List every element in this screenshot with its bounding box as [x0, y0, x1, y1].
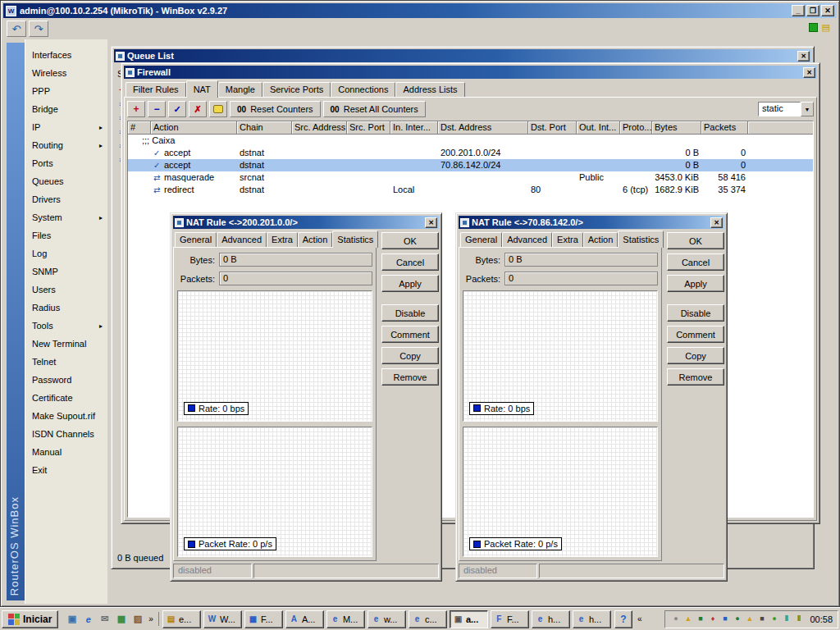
sidebar-item[interactable]: Password: [25, 371, 107, 389]
dialog-tab[interactable]: General: [460, 232, 502, 247]
column-header[interactable]: Src. Port: [347, 121, 390, 134]
tray-icon[interactable]: ♦: [707, 615, 718, 623]
sidebar-item[interactable]: Radius: [25, 299, 107, 317]
column-header[interactable]: #: [128, 121, 151, 134]
firewall-tab[interactable]: Mangle: [218, 82, 262, 97]
dialog-tab[interactable]: Action: [298, 232, 333, 247]
column-header[interactable]: Out. Int...: [577, 121, 620, 134]
sidebar-item[interactable]: Tools ▸: [25, 317, 107, 335]
apply-button[interactable]: Apply: [381, 275, 439, 292]
tray-icon[interactable]: ●: [670, 615, 681, 623]
sidebar-item[interactable]: New Terminal: [25, 335, 107, 353]
dialog-tab[interactable]: Advanced: [502, 232, 552, 247]
tray-icon[interactable]: ‖: [781, 615, 792, 623]
dialog-titlebar[interactable]: NAT Rule <->200.201.0.0/> ✕: [173, 216, 439, 229]
tray-icon[interactable]: ■: [719, 615, 730, 623]
task-button[interactable]: ▤ e...: [162, 610, 201, 628]
column-header[interactable]: Proto...: [620, 121, 652, 134]
task-button[interactable]: A A...: [285, 610, 324, 628]
sidebar-item[interactable]: Telnet: [25, 353, 107, 371]
firewall-tab[interactable]: Filter Rules: [126, 82, 186, 97]
sidebar-item[interactable]: System ▸: [25, 208, 107, 226]
cancel-button[interactable]: Cancel: [381, 253, 439, 271]
help-task-button[interactable]: ?: [614, 610, 632, 628]
tray-icon[interactable]: ▲: [682, 615, 693, 623]
sidebar-item[interactable]: Interfaces: [25, 46, 107, 64]
app-titlebar[interactable]: W admin@100.10.2.254 (MikroTik) - WinBox…: [3, 3, 837, 18]
nat-rule-row-selected[interactable]: ✓accept dstnat 70.86.142.0/24 0 B: [128, 159, 813, 171]
close-icon[interactable]: ✕: [821, 5, 834, 16]
disable-button[interactable]: Disable: [667, 304, 724, 322]
comment-row[interactable]: ;;; Caixa: [128, 135, 813, 147]
nat-rule-row[interactable]: ⇄masquerade srcnat Public 3453.0 KiB: [128, 171, 813, 184]
tray-icon[interactable]: ■: [756, 615, 767, 623]
sidebar-item[interactable]: Log: [25, 244, 107, 262]
add-rule-icon[interactable]: +: [127, 101, 145, 117]
remove-button[interactable]: Remove: [667, 368, 724, 386]
sidebar-item[interactable]: SNMP: [25, 262, 107, 281]
sidebar-item[interactable]: Drivers: [25, 190, 107, 208]
dialog-tab[interactable]: Action: [583, 232, 619, 247]
sidebar-item[interactable]: Queues: [25, 172, 107, 190]
sidebar-item[interactable]: ISDN Channels: [25, 425, 107, 443]
sidebar-item[interactable]: Make Supout.rif: [25, 407, 107, 425]
remove-rule-icon[interactable]: −: [148, 101, 166, 117]
quick-launch-icon[interactable]: ▣: [65, 612, 79, 626]
column-header[interactable]: Chain: [237, 121, 292, 134]
nat-rule-row[interactable]: ⇄redirect dstnat Local 80 6 (tcp) 1682.9…: [128, 184, 813, 196]
dialog-tab[interactable]: Statistics: [618, 231, 664, 248]
remove-button[interactable]: Remove: [381, 368, 439, 386]
sidebar-item[interactable]: Ports: [25, 154, 107, 172]
sidebar-item[interactable]: Users: [25, 281, 107, 299]
ok-button[interactable]: OK: [381, 232, 439, 249]
task-button[interactable]: F F...: [491, 610, 529, 628]
sidebar-item[interactable]: Manual: [25, 443, 107, 461]
task-button[interactable]: ▣ a...: [450, 610, 488, 628]
close-icon[interactable]: ✕: [425, 217, 437, 228]
comment-button[interactable]: Comment: [381, 326, 439, 343]
task-button[interactable]: e h...: [532, 610, 570, 628]
dialog-tab[interactable]: General: [175, 232, 217, 247]
ok-button[interactable]: OK: [667, 232, 724, 249]
task-button[interactable]: e M...: [326, 610, 365, 628]
quick-launch-icon[interactable]: ▨: [130, 612, 144, 626]
tray-icon[interactable]: ●: [732, 615, 742, 623]
sidebar-item[interactable]: Files: [25, 226, 107, 244]
close-icon[interactable]: ✕: [710, 217, 723, 228]
close-icon[interactable]: ✕: [797, 51, 810, 62]
sidebar-item[interactable]: Exit: [25, 461, 107, 479]
start-button[interactable]: Iniciar: [2, 610, 58, 628]
overflow-chevron-icon[interactable]: »: [147, 614, 155, 623]
task-button[interactable]: ▦ F...: [244, 610, 283, 628]
queue-list-titlebar[interactable]: Queue List ✕: [114, 49, 811, 62]
sidebar-item[interactable]: Routing ▸: [25, 136, 107, 154]
undo-icon[interactable]: ↶: [7, 21, 26, 37]
sidebar-item[interactable]: PPP: [25, 82, 107, 100]
collapse-chevron-icon[interactable]: «: [636, 614, 644, 623]
tray-icon[interactable]: ‖: [793, 615, 804, 623]
nat-rule-row[interactable]: ✓accept dstnat 200.201.0.0/24 0 B: [128, 147, 813, 159]
redo-icon[interactable]: ↷: [29, 21, 48, 37]
sidebar-item[interactable]: Wireless: [25, 64, 107, 82]
column-header[interactable]: Action: [151, 121, 237, 134]
firewall-titlebar[interactable]: Firewall ✕: [124, 66, 817, 79]
sidebar-item[interactable]: Certificate: [25, 389, 107, 407]
column-header[interactable]: Packets: [701, 121, 748, 134]
apply-button[interactable]: Apply: [667, 275, 724, 292]
quick-launch-icon[interactable]: ▦: [114, 612, 128, 626]
enable-rule-icon[interactable]: ✓: [168, 101, 186, 117]
reset-all-counters-button[interactable]: 00 Reset All Counters: [323, 101, 426, 117]
cancel-button[interactable]: Cancel: [667, 253, 724, 271]
quick-launch-icon[interactable]: ✉: [98, 612, 112, 626]
column-header[interactable]: Dst. Port: [528, 121, 577, 134]
tray-icon[interactable]: ●: [769, 615, 779, 623]
tray-icon[interactable]: ▲: [744, 615, 755, 623]
sidebar-item[interactable]: IP ▸: [25, 118, 107, 136]
reset-counters-button[interactable]: 00 Reset Counters: [230, 101, 321, 117]
tray-icon[interactable]: ■: [695, 615, 705, 623]
copy-button[interactable]: Copy: [667, 347, 724, 364]
firewall-tab[interactable]: Address Lists: [395, 82, 464, 97]
task-button[interactable]: e h...: [573, 610, 611, 628]
sidebar-item[interactable]: Bridge: [25, 100, 107, 118]
firewall-tab[interactable]: Service Ports: [262, 82, 331, 97]
